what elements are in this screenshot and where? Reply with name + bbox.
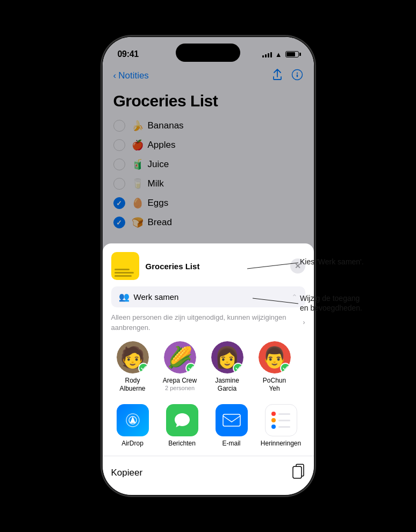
- collab-chevron-icon: ⌃: [291, 293, 298, 301]
- permissions-chevron-icon: ›: [303, 318, 305, 327]
- contact-item-2[interactable]: 🌽 Arepa Crew 2 personen: [161, 341, 199, 393]
- svg-rect-7: [293, 466, 302, 478]
- contact-avatar-1: 🧑: [117, 341, 149, 373]
- contact-item-4[interactable]: 👨 PoChunYeh: [255, 341, 294, 393]
- contact-name-4: PoChunYeh: [263, 377, 286, 393]
- email-label: E-mail: [222, 440, 240, 447]
- reminders-label: Herinneringen: [261, 440, 301, 447]
- contact-subtitle-2: 2 personen: [163, 385, 197, 391]
- share-sheet: Groceries List ✕ 👥 Werk samen ⌃ Alleen p…: [103, 243, 314, 495]
- contact-item-1[interactable]: 🧑 RodyAlbuerne: [113, 341, 152, 393]
- collaborate-label: Werk samen: [134, 292, 179, 301]
- contact-item-3[interactable]: 👩 JasmineGarcia: [208, 341, 247, 393]
- reminders-app-icon: [265, 404, 297, 436]
- collaborate-button[interactable]: 👥 Werk samen ⌃: [111, 286, 305, 307]
- contacts-row: 🧑 RodyAlbuerne 🌽: [111, 341, 305, 393]
- contact-name-2: Arepa Crew: [163, 377, 197, 385]
- contact-avatar-2: 🌽: [164, 341, 196, 373]
- copy-icon: [292, 464, 305, 482]
- permissions-text[interactable]: Alleen personen die zijn uitgenodigd, ku…: [111, 313, 305, 332]
- doc-line-3: [114, 275, 132, 277]
- close-icon: ✕: [295, 262, 301, 270]
- app-item-reminders[interactable]: Herinneringen: [262, 404, 300, 447]
- contact-badge-4: [280, 363, 291, 373]
- app-item-email[interactable]: E-mail: [212, 404, 251, 447]
- contact-badge-3: [233, 363, 243, 373]
- svg-rect-6: [223, 414, 240, 426]
- apps-row: AirDrop Berichten: [111, 404, 305, 447]
- airdrop-label: AirDrop: [121, 440, 144, 447]
- share-doc-icon: [111, 252, 139, 280]
- notes-screen: ‹ Notities: [103, 37, 314, 495]
- bottom-row: Kopieer: [111, 456, 305, 486]
- contact-badge-2: [185, 363, 196, 373]
- contact-name-3: JasmineGarcia: [215, 377, 239, 393]
- berichten-app-icon: [166, 404, 198, 436]
- airdrop-app-icon: [117, 404, 149, 436]
- doc-line-2: [114, 272, 134, 274]
- berichten-label: Berichten: [168, 440, 196, 447]
- phone-frame: 09:41 ▲ ‹ Notities: [103, 37, 314, 495]
- app-item-airdrop[interactable]: AirDrop: [113, 404, 152, 447]
- contact-name-1: RodyAlbuerne: [119, 377, 145, 393]
- doc-line-1: [114, 269, 130, 270]
- collab-btn-left: 👥 Werk samen: [119, 292, 179, 302]
- share-close-button[interactable]: ✕: [290, 258, 305, 274]
- contact-avatar-4: 👨: [259, 341, 291, 373]
- app-item-berichten[interactable]: Berichten: [163, 404, 202, 447]
- copy-button[interactable]: Kopieer: [111, 468, 143, 478]
- contact-badge-1: [138, 363, 149, 373]
- share-header: Groceries List ✕: [111, 252, 305, 280]
- email-app-icon: [216, 404, 248, 436]
- collaborate-icon: 👥: [119, 292, 130, 302]
- permissions-label: Alleen personen die zijn uitgenodigd, ku…: [111, 313, 301, 332]
- share-title: Groceries List: [146, 262, 200, 271]
- contact-avatar-3: 👩: [211, 341, 243, 373]
